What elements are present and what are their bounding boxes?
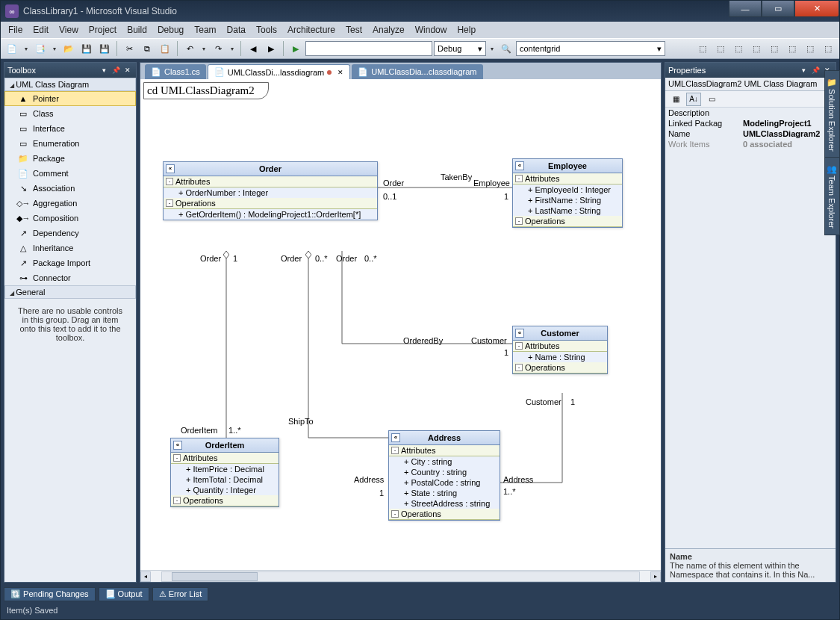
menu-window[interactable]: Window (411, 23, 452, 37)
undo-drop[interactable]: ▾ (199, 40, 208, 57)
property-row[interactable]: NameUMLClassDiagram2 (665, 128, 836, 139)
minimize-button[interactable]: — (729, 1, 762, 17)
menu-project[interactable]: Project (84, 23, 121, 37)
expand-icon[interactable]: - (173, 454, 181, 462)
toolbox-item-aggregation[interactable]: ◇→Aggregation (4, 196, 136, 211)
target-combo[interactable] (305, 41, 432, 56)
property-value[interactable]: ModelingProject1 (740, 118, 836, 128)
attr[interactable]: + FirstName : String (513, 195, 622, 205)
pending-changes-button[interactable]: 🔃 Pending Changes (4, 587, 96, 601)
toolbox-item-interface[interactable]: ▭Interface (4, 121, 136, 136)
add-item-drop[interactable]: ▾ (50, 40, 59, 57)
op[interactable]: + GetOrderItem() : ModelingProject1::Ord… (164, 209, 377, 220)
editor-tab[interactable]: 📄Class1.cs (145, 64, 206, 79)
menu-team[interactable]: Team (190, 23, 220, 37)
ext3-icon[interactable]: ⬚ (730, 40, 747, 57)
class-address[interactable]: «Address -Attributes + City : string + C… (388, 430, 500, 521)
expand-icon[interactable]: - (515, 175, 523, 182)
attr[interactable]: + ItemPrice : Decimal (171, 464, 279, 474)
editor-tab[interactable]: 📄UMLClassDi...lassdiagram✕ (208, 64, 351, 79)
property-row[interactable]: Linked PackagModelingProject1 (665, 118, 836, 128)
team-explorer-tab[interactable]: 👥 Team Explorer (824, 157, 840, 235)
toolbox-item-pointer[interactable]: ▲Pointer (4, 91, 136, 106)
scroll-thumb[interactable] (172, 572, 258, 581)
close-button[interactable]: ✕ (794, 1, 839, 17)
expand-icon[interactable]: - (166, 199, 173, 207)
expand-icon[interactable]: - (173, 497, 181, 504)
expand-icon[interactable]: - (391, 510, 399, 518)
property-row[interactable]: Work Items0 associated (665, 139, 836, 149)
menu-data[interactable]: Data (223, 23, 250, 37)
toolbox-group-general[interactable]: General (4, 285, 136, 299)
find-combo[interactable]: contentgrid▾ (516, 41, 665, 56)
menu-help[interactable]: Help (452, 23, 480, 37)
cut-icon[interactable]: ✂ (121, 40, 137, 57)
error-list-button[interactable]: ⚠ Error List (152, 587, 209, 601)
menu-build[interactable]: Build (122, 23, 152, 37)
pin-icon[interactable]: 📌 (810, 65, 821, 75)
expand-icon[interactable]: - (515, 364, 523, 371)
open-icon[interactable]: 📂 (60, 40, 77, 57)
property-value[interactable] (740, 108, 836, 118)
maximize-button[interactable]: ▭ (762, 1, 794, 17)
config-combo[interactable]: Debug▾ (434, 41, 486, 56)
attr[interactable]: + ItemTotal : Decimal (171, 474, 279, 485)
panel-options-icon[interactable]: ▾ (798, 65, 809, 75)
menu-architecture[interactable]: Architecture (283, 23, 340, 37)
attr[interactable]: + EmployeeId : Integer (513, 185, 622, 195)
toolbox-item-dependency[interactable]: ↗Dependency (4, 226, 136, 241)
menu-edit[interactable]: Edit (28, 23, 53, 37)
diagram-canvas[interactable]: cd UMLClassDiagram2 (140, 79, 661, 582)
toolbox-item-package[interactable]: 📁Package (4, 151, 136, 166)
nav-back-icon[interactable]: ◀ (245, 40, 261, 57)
menu-test[interactable]: Test (341, 23, 367, 37)
collapse-icon[interactable]: « (515, 161, 524, 170)
attr[interactable]: + State : string (389, 488, 500, 498)
output-button[interactable]: 📃 Output (99, 587, 149, 601)
property-pages-icon[interactable]: ▭ (704, 93, 719, 106)
start-debug-icon[interactable]: ▶ (287, 40, 304, 57)
class-orderitem[interactable]: «OrderItem -Attributes + ItemPrice : Dec… (170, 438, 279, 507)
class-order[interactable]: «Order -Attributes + OrderNumber : Integ… (163, 161, 378, 220)
sort-icon[interactable]: A↓ (686, 93, 701, 106)
close-tab-icon[interactable]: ✕ (337, 69, 343, 76)
ext5-icon[interactable]: ⬚ (766, 40, 783, 57)
menu-file[interactable]: File (4, 23, 27, 37)
ext8-icon[interactable]: ⬚ (820, 40, 836, 57)
new-project-drop[interactable]: ▾ (22, 40, 31, 57)
categorize-icon[interactable]: ▦ (668, 93, 683, 106)
save-all-icon[interactable]: 💾 (96, 40, 113, 57)
pin-icon[interactable]: 📌 (111, 65, 121, 75)
toolbox-item-composition[interactable]: ◆→Composition (4, 211, 136, 226)
class-customer[interactable]: «Customer -Attributes + Name : String -O… (512, 326, 608, 374)
collapse-icon[interactable]: « (515, 329, 524, 338)
property-value[interactable]: UMLClassDiagram2 (740, 128, 836, 139)
close-panel-icon[interactable]: ✕ (122, 65, 133, 75)
expand-icon[interactable]: - (166, 178, 173, 185)
menu-view[interactable]: View (55, 23, 83, 37)
property-value[interactable]: 0 associated (740, 139, 836, 149)
nav-fwd-icon[interactable]: ▶ (263, 40, 279, 57)
collapse-icon[interactable]: « (173, 441, 182, 450)
ext4-icon[interactable]: ⬚ (748, 40, 765, 57)
attr[interactable]: + LastName : String (513, 205, 622, 216)
config-drop[interactable]: ▾ (488, 40, 497, 57)
find-icon[interactable]: 🔍 (498, 40, 514, 57)
ext7-icon[interactable]: ⬚ (802, 40, 818, 57)
collapse-icon[interactable]: « (166, 164, 175, 173)
attr[interactable]: + Name : String (513, 352, 607, 362)
property-row[interactable]: Description (665, 108, 836, 118)
menu-debug[interactable]: Debug (153, 23, 188, 37)
menu-tools[interactable]: Tools (252, 23, 281, 37)
redo-drop[interactable]: ▾ (228, 40, 237, 57)
expand-icon[interactable]: - (391, 447, 399, 454)
undo-icon[interactable]: ↶ (181, 40, 198, 57)
new-project-icon[interactable]: 📄 (4, 40, 20, 57)
attr[interactable]: + Quantity : Integer (171, 485, 279, 495)
expand-icon[interactable]: - (515, 342, 523, 350)
horizontal-scrollbar[interactable]: ◂ ▸ (140, 570, 661, 582)
add-item-icon[interactable]: 📑 (32, 40, 49, 57)
expand-icon[interactable]: - (515, 217, 523, 225)
collapse-icon[interactable]: « (391, 433, 400, 442)
ext1-icon[interactable]: ⬚ (694, 40, 711, 57)
